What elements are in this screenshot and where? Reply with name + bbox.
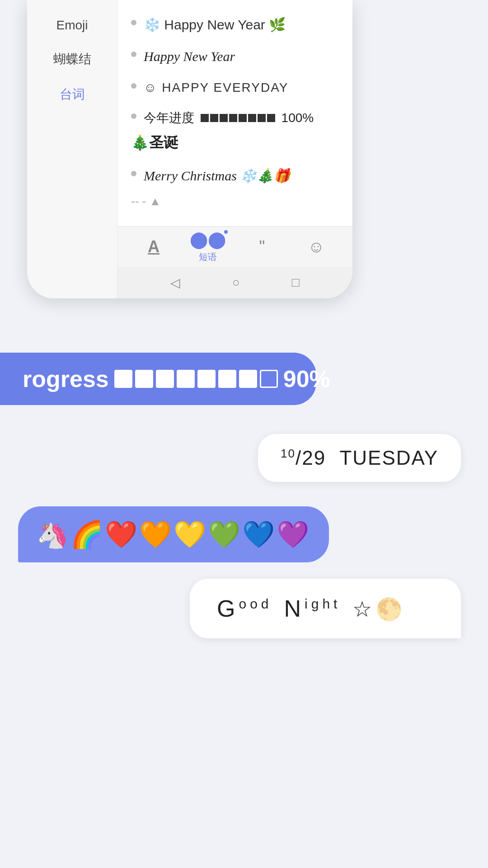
toolbar: A ⬤⬤ 短语 " ☺ [117,226,352,267]
bullet-icon [131,113,136,119]
item-progress: 今年进度 100% [144,109,314,127]
item-happy-everyday: ☺ HAPPY EVERYDAY [144,79,288,96]
bubble-goodnight[interactable]: Good Night ☆🌕 [190,579,461,638]
toolbar-item-phrases[interactable]: ⬤⬤ 短语 [190,230,226,263]
bullet-icon [131,20,136,25]
list-item[interactable]: Happy New Year [131,41,339,72]
bubble-date-text: 10/29 TUESDAY [281,447,438,469]
bullet-icon [131,52,136,57]
bullet-icon [131,83,136,89]
list-item[interactable]: 今年进度 100% [131,103,339,133]
back-button[interactable]: ◁ [170,275,180,290]
font-icon: A [148,237,160,256]
bubble-emoji-text: 🦄🌈❤️🧡💛💚💙💜 [36,519,311,549]
toolbar-item-emoji[interactable]: ☺ [298,237,334,256]
sidebar-item-emoji[interactable]: Emoji [27,14,117,37]
bubble-progress-text: rogress 90% [23,365,294,392]
emoji-icon: ☺ [308,237,325,256]
sidebar-item-bow[interactable]: 蝴蝶结 [27,46,117,72]
phrases-icon: ⬤⬤ [190,230,226,249]
bubble-date[interactable]: 10/29 TUESDAY [258,434,461,482]
sidebar: Emoji 蝴蝶结 台词 [27,0,117,298]
divider: -- - ▲ [131,192,339,211]
phrases-label: 短语 [199,251,217,263]
quote-icon: " [259,237,265,256]
list-item[interactable]: Merry Christmas ❄️🎄🎁 [131,160,339,192]
item-happy-new-year-emoji: ❄️ Happy New Year 🌿 [144,15,286,34]
list-item[interactable]: ☺ HAPPY EVERYDAY [131,72,339,103]
section-title-christmas: 🎄圣诞 [131,133,339,153]
progress-blocks [201,114,275,122]
recent-button[interactable]: □ [292,275,300,290]
nav-bar: ◁ ○ □ [117,267,352,298]
list-item[interactable]: ❄️ Happy New Year 🌿 [131,9,339,41]
bullet-icon [131,171,136,176]
progress-blocks-white [114,370,278,388]
toolbar-item-font[interactable]: A [136,237,172,256]
item-merry-christmas: Merry Christmas ❄️🎄🎁 [144,166,290,185]
sidebar-item-lines[interactable]: 台词 [27,81,117,108]
content-area: ❄️ Happy New Year 🌿 Happy New Year ☺ HAP… [117,0,352,298]
bubble-goodnight-text: Good Night ☆🌕 [217,595,434,622]
phone-mockup: Emoji 蝴蝶结 台词 ❄️ Happy New Year 🌿 Happy N… [27,0,352,298]
bubble-emoji[interactable]: 🦄🌈❤️🧡💛💚💙💜 [18,506,329,562]
item-happy-new-year-script: Happy New Year [144,47,235,66]
list-area: ❄️ Happy New Year 🌿 Happy New Year ☺ HAP… [117,0,352,226]
home-button[interactable]: ○ [232,275,240,290]
toolbar-item-quote[interactable]: " [244,237,280,256]
bubble-progress[interactable]: rogress 90% [0,353,316,405]
